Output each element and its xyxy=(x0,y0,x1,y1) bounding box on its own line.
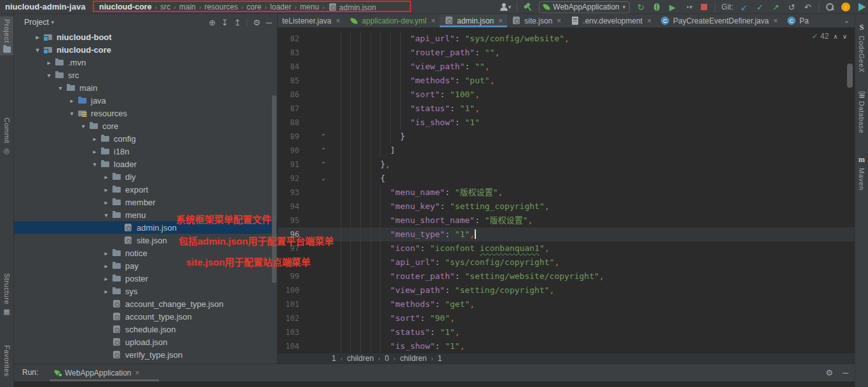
tree-chevron-icon[interactable]: ▸ xyxy=(100,262,112,269)
tree-item-sys[interactable]: ▸sys xyxy=(14,285,277,297)
json-path-item[interactable]: 0 xyxy=(384,354,389,363)
tree-item-account_type.json[interactable]: account_type.json xyxy=(14,310,277,323)
fold-marker-icon[interactable]: ⌃ xyxy=(320,158,327,172)
json-path-item[interactable]: children xyxy=(347,354,374,363)
code-line-102[interactable]: 102 "sort": "90", xyxy=(278,311,855,325)
code-line-95[interactable]: 95 "menu_short_name": "版权设置", xyxy=(278,214,855,227)
code-line-93[interactable]: 93 "menu_name": "版权设置", xyxy=(278,186,855,200)
tree-item-core[interactable]: ▾core xyxy=(14,119,277,132)
close-icon[interactable]: × xyxy=(135,369,140,377)
tab-teListener.java[interactable]: teListener.java× xyxy=(278,14,344,27)
code-viewport[interactable]: 82 "api_url": "sys/config/website",83 "r… xyxy=(278,32,855,353)
code-line-96[interactable]: 96 "menu_type": "1", xyxy=(278,227,855,241)
code-line-98[interactable]: 98 "api_url": "sys/config/copyright", xyxy=(278,255,855,269)
build-hammer-icon[interactable] xyxy=(523,1,533,13)
tree-item-main[interactable]: ▾main xyxy=(14,81,277,94)
tree-item-poster[interactable]: ▸poster xyxy=(14,272,277,285)
code-line-97[interactable]: 97 "icon": "iconfont iconbanquan1", xyxy=(278,241,855,255)
tree-chevron-icon[interactable]: ▸ xyxy=(100,250,112,257)
collapse-all-icon[interactable]: ↥ xyxy=(234,18,241,27)
code-line-101[interactable]: 101 "methods": "get", xyxy=(278,297,855,311)
tree-item-niucloud-boot[interactable]: ▸niucloud-boot xyxy=(14,31,277,43)
editor-area[interactable]: teListener.java×application-dev.yml×admi… xyxy=(278,14,855,363)
close-icon[interactable]: × xyxy=(557,17,561,25)
tree-chevron-icon[interactable]: ▾ xyxy=(43,72,55,79)
chevron-down-icon[interactable]: ▾ xyxy=(51,19,54,25)
debug-button[interactable] xyxy=(651,1,661,13)
tab-application-dev.yml[interactable]: application-dev.yml× xyxy=(344,14,440,27)
tab-.env.development[interactable]: .env.development× xyxy=(566,14,656,27)
tree-item-java[interactable]: ▸java xyxy=(14,94,277,107)
code-line-86[interactable]: 86 "sort": "100", xyxy=(278,88,855,102)
tool-button-project[interactable]: Project xyxy=(0,17,13,55)
tree-chevron-icon[interactable]: ▸ xyxy=(100,275,112,282)
breadcrumb-item-menu[interactable]: menu xyxy=(300,3,319,11)
profiler-button[interactable]: ◔▾ xyxy=(683,1,693,13)
git-update-button[interactable]: ↙ xyxy=(739,1,749,13)
breadcrumb-item-src[interactable]: src xyxy=(160,3,170,11)
code-line-88[interactable]: 88 "is_show": "1" xyxy=(278,116,855,130)
tree-chevron-icon[interactable]: ▾ xyxy=(89,161,100,168)
close-icon[interactable]: × xyxy=(647,17,651,25)
close-icon[interactable]: × xyxy=(773,17,778,25)
tree-chevron-icon[interactable]: ▾ xyxy=(55,85,66,92)
breadcrumb-item-main[interactable]: main xyxy=(179,3,196,11)
tree-item-config[interactable]: ▸config xyxy=(14,132,277,145)
tree-item-niucloud-core[interactable]: ▾niucloud-core xyxy=(14,43,277,56)
tree-chevron-icon[interactable]: ▾ xyxy=(32,46,43,53)
tree-item-schedule.json[interactable]: schedule.json xyxy=(14,323,277,336)
tree-chevron-icon[interactable]: ▸ xyxy=(100,173,112,180)
code-line-99[interactable]: 99 "router_path": "setting/website/copyr… xyxy=(278,269,855,283)
tree-chevron-icon[interactable]: ▸ xyxy=(66,97,78,104)
code-line-91[interactable]: 91⌃ }, xyxy=(278,158,855,172)
fold-marker-icon[interactable]: ⌃ xyxy=(320,144,327,158)
tree-chevron-icon[interactable]: ▸ xyxy=(89,148,100,155)
close-icon[interactable]: × xyxy=(498,17,503,25)
rollback-button[interactable]: ↶ xyxy=(803,1,813,13)
code-line-94[interactable]: 94 "menu_key": "setting_copyright", xyxy=(278,200,855,214)
stop-button[interactable] xyxy=(699,1,709,13)
tree-item-upload.json[interactable]: upload.json xyxy=(14,336,277,348)
history-button[interactable]: ↺ xyxy=(787,1,797,13)
run-button[interactable]: ↻ xyxy=(635,1,646,13)
code-line-82[interactable]: 82 "api_url": "sys/config/website", xyxy=(278,32,855,46)
tree-item-export[interactable]: ▸export xyxy=(14,183,277,196)
tool-button-database[interactable]: Database xyxy=(855,92,868,133)
code-line-84[interactable]: 84 "view_path": "", xyxy=(278,60,855,74)
tab-overflow-chevron[interactable]: ⌄ xyxy=(844,14,855,27)
tool-button-codegeex[interactable]: S CodeGeeX xyxy=(855,23,868,72)
gear-icon[interactable]: ⚙ xyxy=(253,18,261,27)
expand-all-icon[interactable]: ↧ xyxy=(221,18,228,27)
tree-chevron-icon[interactable]: ▾ xyxy=(78,123,89,130)
breadcrumb-item-resources[interactable]: resources xyxy=(205,3,238,11)
tab-Pa[interactable]: Pa xyxy=(782,14,813,27)
hide-panel-icon[interactable]: ─ xyxy=(843,368,848,377)
git-commit-button[interactable]: ✓ xyxy=(755,1,765,13)
tool-button-commit[interactable]: Commit ◎ xyxy=(0,118,13,155)
breadcrumb-item-niucloud-core[interactable]: niucloud-core xyxy=(99,3,152,11)
tree-chevron-icon[interactable]: ▸ xyxy=(100,199,112,206)
tree-item-diy[interactable]: ▸diy xyxy=(14,170,277,183)
plugin-play-button[interactable] xyxy=(857,1,867,13)
json-path-item[interactable]: children xyxy=(400,354,426,363)
tree-item-loader[interactable]: ▾loader xyxy=(14,158,277,170)
tree-item-src[interactable]: ▾src xyxy=(14,69,277,81)
code-line-85[interactable]: 85 "methods": "put", xyxy=(278,74,855,88)
tab-PayCreateEventDefiner.java[interactable]: PayCreateEventDefiner.java× xyxy=(656,14,782,27)
code-line-83[interactable]: 83 "router_path": "", xyxy=(278,46,855,60)
tree-chevron-icon[interactable]: ▸ xyxy=(32,34,43,41)
git-push-button[interactable]: ↗ xyxy=(771,1,781,13)
close-icon[interactable]: × xyxy=(431,17,435,25)
breadcrumb-item-admin.json[interactable]: admin.json xyxy=(328,2,376,12)
next-problem-icon[interactable]: ∨ xyxy=(843,33,847,40)
code-line-92[interactable]: 92⌄ { xyxy=(278,172,855,186)
hide-panel-icon[interactable]: ─ xyxy=(266,18,272,27)
prev-problem-icon[interactable]: ∧ xyxy=(833,33,837,40)
tree-item-i18n[interactable]: ▸i18n xyxy=(14,145,277,158)
fold-marker-icon[interactable]: ⌃ xyxy=(320,130,327,144)
run-tab[interactable]: WebAppApplication × xyxy=(50,364,145,381)
tree-item-.mvn[interactable]: ▸.mvn xyxy=(14,56,277,69)
tree-item-account_change_type.json[interactable]: account_change_type.json xyxy=(14,297,277,310)
search-everywhere-button[interactable] xyxy=(825,1,835,13)
tree-chevron-icon[interactable]: ▾ xyxy=(66,110,78,117)
